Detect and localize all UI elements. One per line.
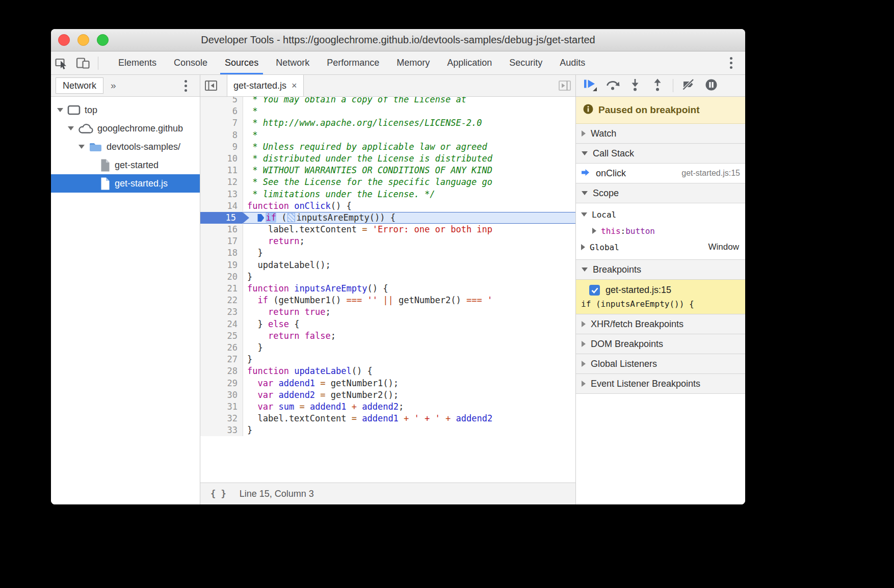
close-tab-icon[interactable]: × xyxy=(292,81,297,91)
device-toolbar-icon[interactable] xyxy=(72,51,94,74)
line-number[interactable]: 17 xyxy=(200,235,243,247)
debugger-panel-toggle-icon[interactable] xyxy=(554,74,575,97)
disclosure-triangle-icon[interactable] xyxy=(57,108,63,112)
section-header-breakpoints[interactable]: Breakpoints xyxy=(576,260,745,280)
tree-item-get-started-js[interactable]: get-started.js xyxy=(51,174,200,193)
line-number[interactable]: 9 xyxy=(200,141,243,153)
tab-audits[interactable]: Audits xyxy=(551,51,594,74)
section-header-watch[interactable]: Watch xyxy=(576,124,745,144)
step-out-button[interactable] xyxy=(646,75,669,96)
inspect-icon[interactable] xyxy=(51,51,72,74)
tab-console[interactable]: Console xyxy=(165,51,216,74)
code-line-text: updateLabel(); xyxy=(243,259,575,271)
line-number[interactable]: 11 xyxy=(200,165,243,176)
line-number[interactable]: 28 xyxy=(200,365,243,377)
main-menu-button[interactable] xyxy=(721,53,741,73)
code-line-text: if (getNumber1() === '' || getNumber2() … xyxy=(243,295,575,306)
section-header-scope[interactable]: Scope xyxy=(576,183,745,203)
debugger-pane: Paused on breakpoint WatchCall StackonCl… xyxy=(575,75,745,504)
more-tabs-chevron[interactable]: » xyxy=(111,80,116,91)
line-number[interactable]: 26 xyxy=(200,342,243,354)
scope-local-row[interactable]: Local xyxy=(576,206,745,223)
disclosure-triangle-icon xyxy=(581,212,587,217)
tab-application[interactable]: Application xyxy=(438,51,501,74)
disclosure-triangle-icon[interactable] xyxy=(78,145,85,149)
line-number[interactable]: 27 xyxy=(200,354,243,365)
code-editor[interactable]: 5 * You may obtain a copy of the License… xyxy=(200,97,575,483)
pause-on-exceptions-button[interactable] xyxy=(700,75,722,96)
tab-security[interactable]: Security xyxy=(501,51,551,74)
line-number[interactable]: 29 xyxy=(200,378,243,389)
tab-performance[interactable]: Performance xyxy=(318,51,388,74)
section-header-dom-breakpoints[interactable]: DOM Breakpoints xyxy=(576,334,745,354)
paused-message: Paused on breakpoint xyxy=(598,104,699,116)
line-number[interactable]: 12 xyxy=(200,176,243,188)
line-number[interactable]: 30 xyxy=(200,389,243,401)
line-number[interactable]: 6 xyxy=(200,105,243,117)
tree-item-get-started[interactable]: get-started xyxy=(51,156,200,174)
tab-elements[interactable]: Elements xyxy=(110,51,165,74)
tree-item-label: get-started xyxy=(115,160,159,171)
line-number[interactable]: 8 xyxy=(200,129,243,141)
navigator-panel-toggle-icon[interactable] xyxy=(200,74,222,97)
code-line-31: 31 var sum = addend1 + addend2; xyxy=(200,401,575,413)
close-window-button[interactable] xyxy=(58,34,70,46)
line-number[interactable]: 21 xyxy=(200,283,243,295)
code-line-text: * http://www.apache.org/licenses/LICENSE… xyxy=(243,117,575,129)
line-number[interactable]: 32 xyxy=(200,413,243,424)
line-number[interactable]: 22 xyxy=(200,295,243,306)
line-number[interactable]: 25 xyxy=(200,330,243,342)
callstack-frame[interactable]: onClickget-started.js:15 xyxy=(576,164,745,183)
disclosure-triangle-icon[interactable] xyxy=(68,126,74,130)
line-number[interactable]: 18 xyxy=(200,247,243,259)
section-title: Breakpoints xyxy=(593,264,641,275)
tab-network[interactable]: Network xyxy=(267,51,318,74)
tree-item-top[interactable]: top xyxy=(51,101,200,119)
code-token: addend2 xyxy=(278,390,315,400)
section-header-global-listeners[interactable]: Global Listeners xyxy=(576,354,745,374)
navigator-tab-network[interactable]: Network xyxy=(56,77,103,94)
format-code-button[interactable]: { } xyxy=(211,489,226,499)
section-header-event-listener-breakpoints[interactable]: Event Listener Breakpoints xyxy=(576,374,745,394)
line-number[interactable]: 33 xyxy=(200,424,243,436)
step-into-button[interactable] xyxy=(624,75,646,96)
line-number[interactable]: 7 xyxy=(200,117,243,129)
line-number[interactable]: 31 xyxy=(200,401,243,413)
deactivate-breakpoints-button[interactable] xyxy=(677,75,700,96)
tab-sources[interactable]: Sources xyxy=(216,51,267,74)
breakpoint-entry[interactable]: get-started.js:15if (inputsAreEmpty()) { xyxy=(576,280,745,314)
deactivate-breakpoints-icon xyxy=(682,78,695,93)
line-number[interactable]: 23 xyxy=(200,306,243,318)
line-number[interactable]: 24 xyxy=(200,318,243,330)
breakpoint-location-label: get-started.js:15 xyxy=(606,285,671,296)
scope-this-row[interactable]: this: button xyxy=(576,223,745,239)
code-token xyxy=(247,378,257,388)
line-number[interactable]: 14 xyxy=(200,200,243,212)
file-tab-label: get-started.js xyxy=(233,81,286,91)
line-number[interactable]: 16 xyxy=(200,224,243,235)
line-number[interactable]: 10 xyxy=(200,153,243,165)
tab-memory[interactable]: Memory xyxy=(388,51,438,74)
resume-script-button[interactable] xyxy=(579,75,601,96)
code-line-5: 5 * You may obtain a copy of the License… xyxy=(200,97,575,105)
breakpoint-source-snippet: if (inputsAreEmpty()) { xyxy=(581,299,740,309)
line-number[interactable]: 19 xyxy=(200,259,243,271)
zoom-window-button[interactable] xyxy=(97,34,109,46)
line-number[interactable]: 20 xyxy=(200,271,243,283)
step-over-button[interactable] xyxy=(601,75,624,96)
file-tab-get-started-js[interactable]: get-started.js × xyxy=(227,75,304,96)
tree-item-googlechrome-github[interactable]: googlechrome.github xyxy=(51,119,200,138)
line-number[interactable]: 5 xyxy=(200,97,243,105)
code-token: } xyxy=(247,425,252,435)
minimize-window-button[interactable] xyxy=(77,34,89,46)
breakpoint-checkbox[interactable] xyxy=(589,285,600,296)
section-header-call-stack[interactable]: Call Stack xyxy=(576,144,745,164)
section-header-xhr-fetch-breakpoints[interactable]: XHR/fetch Breakpoints xyxy=(576,314,745,334)
tree-item-devtools-samples[interactable]: devtools-samples/ xyxy=(51,138,200,156)
code-line-19: 19 updateLabel(); xyxy=(200,259,575,271)
line-number[interactable]: 15 xyxy=(200,212,243,224)
code-line-text: * You may obtain a copy of the License a… xyxy=(243,97,575,105)
navigator-menu-button[interactable] xyxy=(175,75,196,96)
line-number[interactable]: 13 xyxy=(200,189,243,200)
scope-global-row[interactable]: GlobalWindow xyxy=(576,239,745,255)
